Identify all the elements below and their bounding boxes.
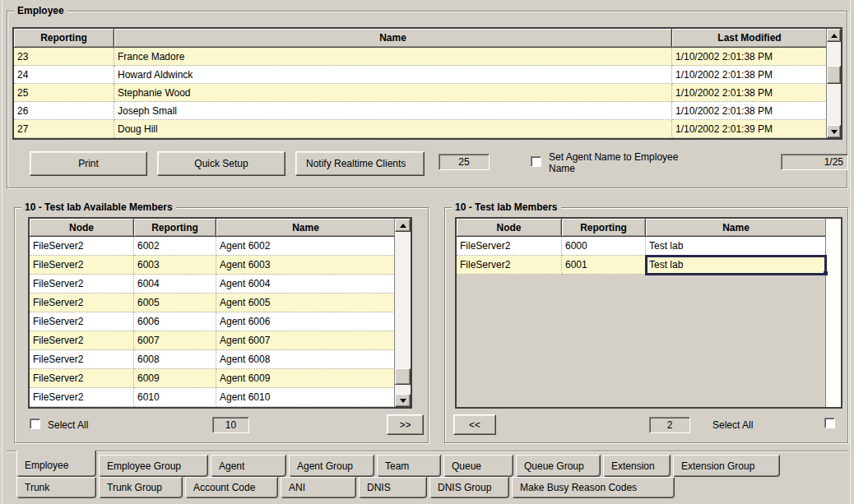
column-header-name[interactable]: Name bbox=[114, 29, 672, 48]
print-button[interactable]: Print bbox=[30, 151, 147, 176]
scrollbar-thumb[interactable] bbox=[395, 368, 411, 385]
table-row[interactable]: FileServer26000Test lab bbox=[457, 237, 826, 256]
table-cell[interactable]: 6008 bbox=[134, 350, 216, 369]
tab-trunk-group[interactable]: Trunk Group bbox=[99, 477, 183, 498]
tab-dnis-group[interactable]: DNIS Group bbox=[429, 477, 509, 498]
table-cell[interactable]: 24 bbox=[14, 66, 114, 84]
tab-make-busy-reason-codes[interactable]: Make Busy Reason Codes bbox=[512, 477, 675, 498]
vertical-scrollbar[interactable] bbox=[826, 29, 841, 138]
table-cell[interactable]: FileServer2 bbox=[30, 294, 134, 312]
table-cell[interactable]: Agent 6007 bbox=[216, 331, 395, 350]
vertical-scrollbar[interactable] bbox=[394, 219, 411, 407]
tab-agent-group[interactable]: Agent Group bbox=[289, 455, 374, 477]
scroll-down-button[interactable] bbox=[827, 125, 841, 138]
table-cell[interactable]: Stephanie Wood bbox=[114, 84, 672, 102]
tab-account-code[interactable]: Account Code bbox=[185, 477, 278, 498]
tab-agent[interactable]: Agent bbox=[211, 455, 286, 477]
quick-setup-button[interactable]: Quick Setup bbox=[157, 151, 285, 176]
table-cell[interactable]: Agent 6009 bbox=[216, 369, 395, 388]
table-cell[interactable]: 1/10/2002 2:01:38 PM bbox=[672, 84, 827, 102]
column-header-name[interactable]: Name bbox=[216, 219, 395, 237]
table-cell[interactable]: 1/10/2002 2:01:38 PM bbox=[672, 66, 827, 84]
tab-dnis[interactable]: DNIS bbox=[359, 477, 427, 498]
scroll-up-button[interactable] bbox=[827, 29, 841, 42]
scroll-up-button[interactable] bbox=[395, 219, 411, 232]
table-cell[interactable]: 6009 bbox=[134, 369, 216, 388]
table-cell[interactable]: FileServer2 bbox=[30, 331, 134, 350]
table-row[interactable]: 25Stephanie Wood1/10/2002 2:01:38 PM bbox=[14, 84, 827, 102]
table-cell[interactable]: Joseph Small bbox=[114, 102, 672, 120]
table-cell[interactable]: 6006 bbox=[134, 312, 216, 331]
table-cell[interactable]: FileServer2 bbox=[457, 256, 562, 275]
table-row[interactable]: FileServer26002Agent 6002 bbox=[30, 237, 395, 256]
table-row[interactable]: FileServer26006Agent 6006 bbox=[30, 312, 395, 331]
table-row[interactable]: FileServer26007Agent 6007 bbox=[30, 331, 395, 350]
tab-employee-group[interactable]: Employee Group bbox=[99, 455, 208, 477]
table-cell[interactable]: Agent 6008 bbox=[216, 350, 395, 369]
table-cell[interactable]: FileServer2 bbox=[30, 237, 134, 256]
table-cell[interactable]: 6000 bbox=[562, 237, 646, 256]
tab-ani[interactable]: ANI bbox=[281, 477, 356, 498]
table-row[interactable]: FileServer26008Agent 6008 bbox=[30, 350, 395, 369]
notify-realtime-clients-button[interactable]: Notify Realtime Clients bbox=[295, 151, 425, 176]
table-cell[interactable]: Agent 6003 bbox=[216, 256, 395, 275]
table-cell[interactable]: 6010 bbox=[134, 388, 216, 407]
table-cell[interactable]: Agent 6004 bbox=[216, 275, 395, 294]
table-cell[interactable]: 6004 bbox=[134, 275, 216, 294]
table-cell[interactable]: 6005 bbox=[134, 294, 216, 312]
table-row[interactable]: 24Howard Aldwinck1/10/2002 2:01:38 PM bbox=[14, 66, 827, 84]
tab-employee[interactable]: Employee bbox=[16, 451, 96, 477]
table-cell[interactable]: FileServer2 bbox=[30, 350, 134, 369]
table-row[interactable]: 27Doug Hill1/10/2002 2:01:39 PM bbox=[14, 120, 827, 138]
table-cell[interactable]: FileServer2 bbox=[30, 312, 134, 331]
table-cell[interactable]: FileServer2 bbox=[30, 275, 134, 294]
tab-queue[interactable]: Queue bbox=[443, 455, 513, 477]
column-header-reporting[interactable]: Reporting bbox=[562, 219, 646, 237]
available-count-field[interactable]: 10 bbox=[212, 417, 249, 433]
column-header-reporting[interactable]: Reporting bbox=[14, 29, 114, 48]
table-cell[interactable]: Howard Aldwinck bbox=[114, 66, 672, 84]
employee-count-field[interactable]: 25 bbox=[439, 154, 490, 170]
selected-cell[interactable]: Test lab bbox=[646, 256, 826, 275]
table-cell[interactable]: France Madore bbox=[114, 48, 672, 66]
table-cell[interactable]: 1/10/2002 2:01:38 PM bbox=[672, 48, 827, 66]
table-row[interactable]: FileServer26003Agent 6003 bbox=[30, 256, 395, 275]
scrollbar-thumb[interactable] bbox=[827, 66, 841, 84]
tab-extension-group[interactable]: Extension Group bbox=[673, 455, 780, 477]
table-cell[interactable]: 25 bbox=[14, 84, 114, 102]
table-row[interactable]: FileServer26010Agent 6010 bbox=[30, 388, 395, 407]
table-cell[interactable]: Doug Hill bbox=[114, 120, 672, 138]
table-cell[interactable]: 6002 bbox=[134, 237, 216, 256]
scroll-down-button[interactable] bbox=[395, 394, 411, 407]
table-cell[interactable]: Test lab bbox=[646, 237, 826, 256]
table-row[interactable]: FileServer26001Test lab bbox=[457, 256, 826, 275]
table-cell[interactable]: 6001 bbox=[562, 256, 646, 275]
table-row[interactable]: 23France Madore1/10/2002 2:01:38 PM bbox=[14, 48, 827, 66]
set-agent-name-checkbox[interactable] bbox=[531, 156, 541, 167]
table-cell[interactable]: FileServer2 bbox=[30, 369, 134, 388]
table-cell[interactable]: 6003 bbox=[134, 256, 216, 275]
add-members-button[interactable]: >> bbox=[387, 414, 424, 435]
table-row[interactable]: FileServer26004Agent 6004 bbox=[30, 275, 395, 294]
tab-team[interactable]: Team bbox=[377, 455, 441, 477]
table-cell[interactable]: 6007 bbox=[134, 331, 216, 350]
table-row[interactable]: 26Joseph Small1/10/2002 2:01:38 PM bbox=[14, 102, 827, 120]
table-row[interactable]: FileServer26009Agent 6009 bbox=[30, 369, 395, 388]
column-header-node[interactable]: Node bbox=[30, 219, 134, 237]
table-cell[interactable]: FileServer2 bbox=[457, 237, 562, 256]
tab-extension[interactable]: Extension bbox=[603, 455, 671, 477]
page-indicator-field[interactable]: 1/25 bbox=[781, 154, 848, 170]
table-cell[interactable]: Agent 6010 bbox=[216, 388, 395, 407]
column-header-name[interactable]: Name bbox=[646, 219, 826, 237]
table-cell[interactable]: 1/10/2002 2:01:39 PM bbox=[672, 120, 827, 138]
table-cell[interactable]: 23 bbox=[14, 48, 114, 66]
table-cell[interactable]: FileServer2 bbox=[30, 388, 134, 407]
column-header-last-modified[interactable]: Last Modified bbox=[672, 29, 827, 48]
table-cell[interactable]: Agent 6006 bbox=[216, 312, 395, 331]
table-cell[interactable]: 26 bbox=[14, 102, 114, 120]
table-cell[interactable]: Agent 6005 bbox=[216, 294, 395, 312]
tab-trunk[interactable]: Trunk bbox=[16, 477, 96, 498]
remove-members-button[interactable]: << bbox=[453, 414, 496, 435]
available-select-all-checkbox[interactable] bbox=[30, 418, 40, 429]
table-cell[interactable]: 27 bbox=[14, 120, 114, 138]
